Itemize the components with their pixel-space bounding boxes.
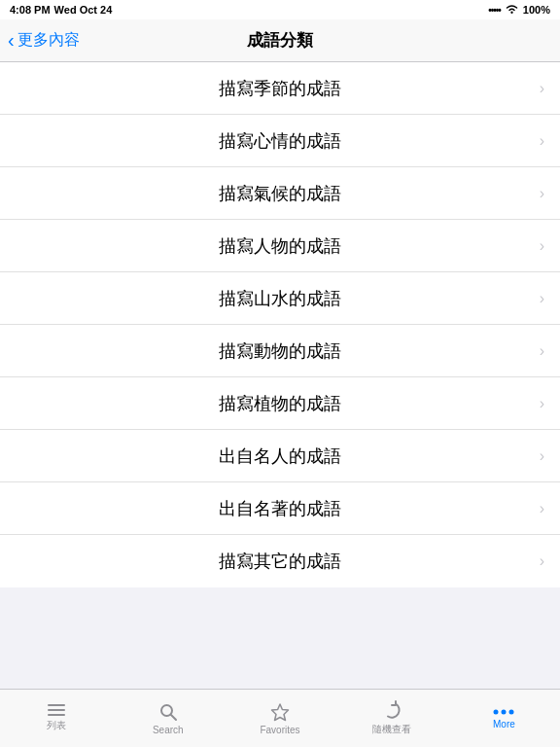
list-item[interactable]: 出自名著的成語 › (0, 482, 560, 535)
chevron-right-icon: › (540, 237, 544, 255)
svg-point-4 (494, 709, 499, 714)
chevron-right-icon: › (540, 290, 544, 307)
list-item-text: 描寫植物的成語 (219, 392, 341, 415)
tab-list[interactable]: 列表 (0, 690, 112, 747)
back-chevron-icon: ‹ (8, 30, 15, 50)
chevron-right-icon: › (540, 185, 544, 202)
tab-random-label: 隨機查看 (372, 723, 411, 736)
tab-random[interactable]: 隨機查看 (336, 690, 448, 747)
svg-point-6 (509, 709, 514, 714)
list-item[interactable]: 描寫植物的成語 › (0, 377, 560, 430)
star-icon (270, 702, 290, 722)
list-item-text: 描寫山水的成語 (219, 287, 341, 310)
list-item[interactable]: 描寫其它的成語 › (0, 535, 560, 587)
nav-bar: ‹ 更多內容 成語分類 (0, 19, 560, 62)
date-label: Wed Oct 24 (54, 4, 113, 16)
list-item-text: 出自名著的成語 (219, 497, 341, 520)
tab-bar: 列表 Search Favorites 隨機查看 (0, 689, 560, 747)
chevron-right-icon: › (540, 80, 544, 97)
list-item-text: 描寫心情的成語 (219, 129, 341, 153)
svg-point-0 (510, 12, 512, 14)
list-item[interactable]: 描寫季節的成語 › (0, 62, 560, 115)
svg-point-5 (502, 709, 507, 714)
list-item[interactable]: 描寫氣候的成語 › (0, 167, 560, 220)
list-item-text: 描寫動物的成語 (219, 339, 341, 363)
svg-line-2 (171, 715, 176, 720)
list-icon (48, 704, 65, 716)
back-button[interactable]: ‹ 更多內容 (8, 30, 80, 51)
time-label: 4:08 PM (10, 4, 51, 16)
tab-favorites-label: Favorites (260, 725, 299, 735)
svg-marker-3 (272, 704, 289, 721)
chevron-right-icon: › (540, 447, 544, 465)
tab-search[interactable]: Search (112, 690, 224, 747)
list-item[interactable]: 描寫人物的成語 › (0, 220, 560, 272)
chevron-right-icon: › (540, 342, 544, 360)
battery-label: 100% (523, 4, 550, 16)
chevron-right-icon: › (540, 132, 544, 150)
list-item[interactable]: 描寫動物的成語 › (0, 325, 560, 377)
wifi-icon (505, 4, 519, 17)
list-item-text: 描寫其它的成語 (219, 550, 341, 573)
list-item-text: 描寫人物的成語 (219, 234, 341, 258)
list-item[interactable]: 出自名人的成語 › (0, 430, 560, 482)
content-area: 描寫季節的成語 › 描寫心情的成語 › 描寫氣候的成語 › 描寫人物的成語 › … (0, 62, 560, 689)
chevron-right-icon: › (540, 395, 544, 412)
more-icon (493, 708, 514, 716)
nav-title: 成語分類 (247, 29, 313, 52)
search-icon (158, 702, 178, 722)
category-list: 描寫季節的成語 › 描寫心情的成語 › 描寫氣候的成語 › 描寫人物的成語 › … (0, 62, 560, 587)
tab-search-label: Search (153, 725, 184, 735)
tab-list-label: 列表 (47, 719, 66, 732)
list-item-text: 描寫季節的成語 (219, 77, 341, 100)
status-time: 4:08 PM Wed Oct 24 (10, 4, 112, 16)
signal-icon: ••••• (488, 5, 501, 16)
chevron-right-icon: › (540, 500, 544, 517)
list-item[interactable]: 描寫山水的成語 › (0, 272, 560, 325)
list-item-text: 描寫氣候的成語 (219, 182, 341, 205)
tab-more-label: More (493, 719, 515, 729)
tab-more[interactable]: More (448, 690, 560, 747)
list-item-text: 出自名人的成語 (219, 445, 341, 468)
status-bar: 4:08 PM Wed Oct 24 ••••• 100% (0, 0, 560, 19)
status-icons: ••••• 100% (488, 4, 550, 17)
back-label: 更多內容 (18, 30, 80, 51)
chevron-right-icon: › (540, 552, 544, 570)
refresh-icon (382, 700, 402, 720)
list-item[interactable]: 描寫心情的成語 › (0, 115, 560, 167)
tab-favorites[interactable]: Favorites (224, 690, 335, 747)
